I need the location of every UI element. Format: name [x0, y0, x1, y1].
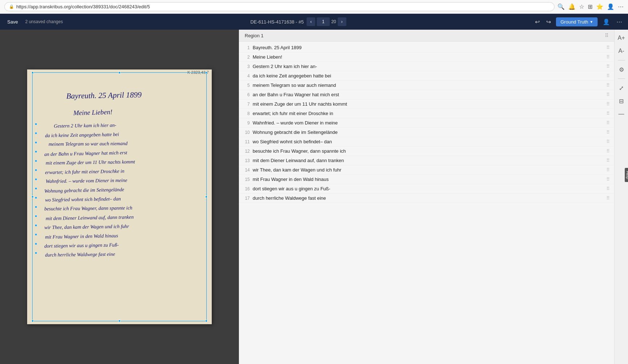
line-drag-handle[interactable]: ⠿ [606, 92, 610, 97]
svg-text:an der Bahn u Frau Wagner hat : an der Bahn u Frau Wagner hat mich erst [44, 150, 128, 157]
line-text: Wahnfried. – wurde vom Diener in meine [253, 120, 603, 126]
line-text: mit einem Zuge der um 11 Uhr nachts komm… [253, 101, 603, 107]
right-area: Region 1 ⠿ 1 Bayreuth. 25 April 1899 ⠿ 2… [239, 30, 628, 364]
page-total: 20 [331, 19, 336, 24]
region-drag-icon[interactable]: ⠿ [605, 33, 608, 38]
line-number: 16 [243, 186, 250, 191]
menu-dots-icon[interactable]: ⋯ [618, 3, 624, 10]
text-line-row[interactable]: 13 mit dem Diener Leinwand auf, dann tra… [239, 156, 614, 165]
line-drag-handle[interactable]: ⠿ [606, 73, 610, 79]
star-icon[interactable]: ☆ [579, 3, 584, 10]
next-page-button[interactable]: › [338, 17, 346, 26]
handle-bottom-right[interactable] [205, 320, 207, 322]
line-drag-handle[interactable]: ⠿ [606, 186, 610, 191]
text-line-row[interactable]: 12 besuchte ich Frau Wagner, dann spannt… [239, 147, 614, 156]
line-drag-handle[interactable]: ⠿ [606, 130, 610, 135]
lock-icon: 🔒 [9, 4, 14, 9]
search-browser-icon[interactable]: 🔍 [557, 3, 565, 10]
svg-rect-29 [35, 234, 37, 236]
svg-text:da ich keine Zeit angegeben ha: da ich keine Zeit angegeben hatte bei [45, 132, 119, 139]
line-drag-handle[interactable]: ⠿ [606, 195, 610, 201]
text-line-row[interactable]: 1 Bayreuth. 25 April 1899 ⠿ [239, 43, 614, 52]
line-drag-handle[interactable]: ⠿ [606, 54, 610, 60]
avatar-button[interactable]: 👤 [601, 17, 611, 27]
line-number: 2 [243, 55, 250, 60]
font-decrease-button[interactable]: A- [616, 46, 627, 56]
svg-text:mit Frau Wagner in den Wald hi: mit Frau Wagner in den Wald hinaus [45, 233, 118, 240]
handle-top-mid[interactable] [118, 72, 121, 74]
svg-rect-25 [35, 197, 37, 199]
text-line-row[interactable]: 2 Meine Lieben! ⠿ [239, 52, 614, 62]
line-drag-handle[interactable]: ⠿ [606, 167, 610, 173]
font-increase-icon: A+ [618, 35, 625, 41]
ground-truth-button[interactable]: Ground Truth ▼ [556, 17, 598, 26]
toolbar-center: DE-611-HS-4171638 - #5 ‹ 20 › [67, 17, 530, 26]
line-drag-handle[interactable]: ⠿ [606, 101, 610, 107]
settings-button[interactable]: ⚙ [616, 64, 627, 75]
text-line-row[interactable]: 11 wo Siegfried wohnt sich befindet– dan… [239, 137, 614, 147]
help-tab[interactable]: Help [625, 168, 628, 182]
font-increase-button[interactable]: A+ [616, 33, 627, 43]
text-line-row[interactable]: 15 mit Frau Wagner in den Wald hinaus ⠿ [239, 175, 614, 184]
handle-mid-right[interactable] [205, 196, 207, 198]
text-line-row[interactable]: 16 dort stiegen wir aus u gingen zu Fuß-… [239, 184, 614, 194]
line-drag-handle[interactable]: ⠿ [606, 158, 610, 163]
text-line-row[interactable]: 9 Wahnfried. – wurde vom Diener in meine… [239, 118, 614, 128]
handle-mid-left[interactable] [31, 196, 34, 198]
expand-panel-button[interactable]: ⤢ [616, 82, 627, 93]
profile-icon[interactable]: 👤 [607, 3, 614, 10]
undo-button[interactable]: ↩ [534, 17, 541, 27]
line-drag-handle[interactable]: ⠿ [606, 45, 610, 50]
toolbar-right: ↩ ↪ Ground Truth ▼ 👤 ⋯ [534, 17, 624, 27]
text-line-row[interactable]: 8 erwartet; ich fuhr mit einer Droschke … [239, 109, 614, 118]
line-text: meinem Telegram so war auch niemand [253, 82, 603, 88]
svg-text:besuchte ich Frau Wagner, dann: besuchte ich Frau Wagner, dann spannte i… [44, 205, 132, 212]
right-sidebar: A+ A- ⚙ ⤢ ⊟ — [614, 30, 628, 364]
line-drag-handle[interactable]: ⠿ [606, 82, 610, 88]
line-number: 1 [243, 45, 250, 50]
text-line-row[interactable]: 7 mit einem Zuge der um 11 Uhr nachts ko… [239, 100, 614, 109]
svg-text:dort stiegen wir aus u gingen : dort stiegen wir aus u gingen zu Fuß- [44, 242, 119, 249]
line-number: 10 [243, 130, 250, 135]
line-text: Bayreuth. 25 April 1899 [253, 45, 603, 50]
browser-bar: 🔒 https://app.transkribus.org/collection… [0, 0, 628, 14]
prev-page-button[interactable]: ‹ [307, 17, 315, 26]
doc-title: DE-611-HS-4171638 - #5 [250, 19, 304, 25]
line-drag-handle[interactable]: ⠿ [606, 120, 610, 126]
text-lines-list[interactable]: 1 Bayreuth. 25 April 1899 ⠿ 2 Meine Lieb… [239, 42, 614, 364]
line-text: Gestern 2 Uhr kam ich hier an- [253, 64, 603, 69]
url-bar[interactable]: 🔒 https://app.transkribus.org/collection… [4, 2, 555, 11]
line-drag-handle[interactable]: ⠿ [606, 177, 610, 182]
line-text: mit Frau Wagner in den Wald hinaus [253, 177, 603, 182]
page-number-input[interactable] [317, 17, 330, 26]
handle-bottom-mid[interactable] [118, 320, 121, 322]
bell-icon[interactable]: 🔔 [568, 3, 576, 10]
line-drag-handle[interactable]: ⠿ [606, 139, 610, 144]
extension-icon[interactable]: ⭐ [596, 3, 603, 10]
text-line-row[interactable]: 3 Gestern 2 Uhr kam ich hier an- ⠿ [239, 62, 614, 71]
text-line-row[interactable]: 14 wir Thee, dan kam der Wagen und ich f… [239, 165, 614, 175]
line-number: 8 [243, 111, 250, 116]
line-drag-handle[interactable]: ⠿ [606, 111, 610, 116]
line-drag-handle[interactable]: ⠿ [606, 148, 610, 154]
handle-bottom-left[interactable] [31, 320, 34, 322]
windows-icon[interactable]: ⊞ [588, 3, 593, 10]
text-line-row[interactable]: 10 Wohnung gebracht die im Seitengelände… [239, 128, 614, 137]
text-line-row[interactable]: 4 da ich keine Zeit angegeben hatte bei … [239, 71, 614, 81]
divider-panel-button[interactable]: — [616, 109, 627, 119]
save-button[interactable]: Save [4, 18, 21, 26]
line-number: 9 [243, 120, 250, 126]
text-line-row[interactable]: 6 an der Bahn u Frau Wagner hat mich ers… [239, 90, 614, 100]
line-drag-handle[interactable]: ⠿ [606, 64, 610, 69]
text-panel: Region 1 ⠿ 1 Bayreuth. 25 April 1899 ⠿ 2… [239, 30, 614, 364]
line-text: durch herrliche Waldwege fast eine [253, 195, 603, 201]
document-viewer[interactable]: K 2323,43,7 Bayreut [0, 30, 239, 364]
handle-top-left[interactable] [31, 72, 34, 74]
text-line-row[interactable]: 5 meinem Telegram so war auch niemand ⠿ [239, 81, 614, 90]
collapse-panel-button[interactable]: ⊟ [616, 96, 627, 106]
svg-text:mit dem Diener Leinwand auf, d: mit dem Diener Leinwand auf, dann tranke… [46, 214, 134, 221]
text-line-row[interactable]: 17 durch herrliche Waldwege fast eine ⠿ [239, 194, 614, 203]
redo-button[interactable]: ↪ [545, 17, 552, 27]
more-options-button[interactable]: ⋯ [615, 17, 624, 27]
line-number: 17 [243, 196, 250, 201]
